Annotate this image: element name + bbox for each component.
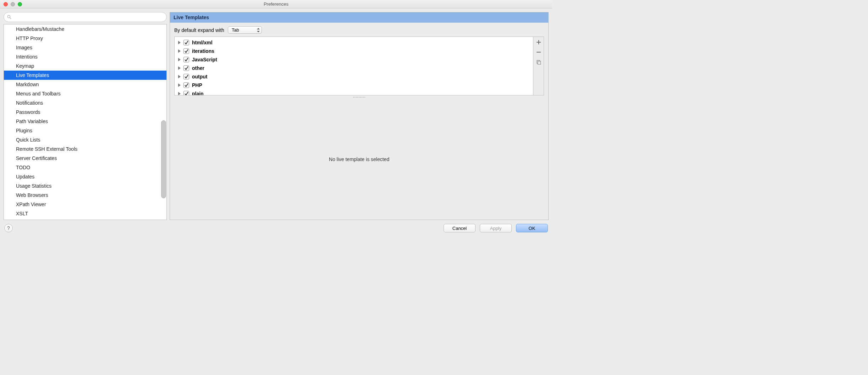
sidebar-item-label: XSLT	[16, 211, 28, 216]
template-area: html/xmliterationsJavaScriptotheroutputP…	[174, 37, 544, 95]
sidebar-item-label: Passwords	[16, 109, 40, 115]
sidebar-item-label: Server Certificates	[16, 155, 57, 161]
help-button[interactable]: ?	[4, 224, 13, 232]
add-template-button[interactable]	[535, 39, 542, 45]
left-panel: Handlebars/MustacheHTTP ProxyImagesInten…	[4, 12, 167, 220]
sidebar-item[interactable]: Quick Lists	[4, 135, 166, 144]
template-group-label: plain	[192, 90, 204, 95]
disclosure-triangle-icon[interactable]	[178, 92, 181, 95]
sidebar-item[interactable]: XPath Viewer	[4, 200, 166, 209]
sidebar-item[interactable]: Intentions	[4, 52, 166, 61]
sidebar-item[interactable]: XSLT	[4, 209, 166, 218]
template-group-checkbox[interactable]	[183, 65, 189, 71]
template-group-row[interactable]: other	[175, 64, 533, 72]
sidebar-item[interactable]: Remote SSH External Tools	[4, 144, 166, 154]
titlebar: Preferences	[0, 0, 552, 9]
sidebar-item-label: Quick Lists	[16, 137, 40, 143]
sidebar-item[interactable]: Handlebars/Mustache	[4, 24, 166, 34]
search-input[interactable]	[14, 15, 164, 20]
close-window-button[interactable]	[4, 2, 8, 6]
sidebar-item[interactable]: Updates	[4, 172, 166, 181]
check-icon	[184, 75, 188, 79]
check-icon	[184, 40, 188, 45]
svg-line-1	[10, 18, 11, 19]
sidebar-item-label: Web Browsers	[16, 192, 48, 198]
dialog-footer: ? Cancel Apply OK	[0, 221, 552, 235]
check-icon	[184, 83, 188, 87]
template-group-checkbox[interactable]	[183, 48, 189, 54]
sidebar-item[interactable]: HTTP Proxy	[4, 34, 166, 43]
disclosure-triangle-icon[interactable]	[178, 49, 181, 53]
svg-rect-8	[538, 61, 540, 65]
sidebar-item[interactable]: Markdown	[4, 80, 166, 89]
template-tree: html/xmliterationsJavaScriptotheroutputP…	[175, 37, 533, 95]
sidebar-item[interactable]: Server Certificates	[4, 154, 166, 163]
sidebar-item-label: TODO	[16, 165, 30, 170]
template-group-row[interactable]: iterations	[175, 47, 533, 55]
sidebar-item-label: Live Templates	[16, 72, 49, 78]
template-group-checkbox[interactable]	[183, 91, 189, 95]
template-group-row[interactable]: html/xml	[175, 38, 533, 47]
template-group-checkbox[interactable]	[183, 57, 189, 62]
template-group-checkbox[interactable]	[183, 40, 189, 45]
sidebar-item[interactable]: Web Browsers	[4, 191, 166, 200]
check-icon	[184, 92, 188, 95]
window-title: Preferences	[264, 1, 289, 7]
template-group-checkbox[interactable]	[183, 74, 189, 79]
apply-button[interactable]: Apply	[480, 224, 512, 232]
section-header: Live Templates	[170, 12, 548, 23]
sidebar-item-label: Plugins	[16, 128, 32, 133]
template-group-label: other	[192, 64, 204, 72]
sidebar-item-label: Images	[16, 45, 32, 50]
sidebar-item[interactable]: Usage Statistics	[4, 181, 166, 191]
expand-row: By default expand with Tab	[170, 23, 548, 37]
sidebar-item[interactable]: Keymap	[4, 61, 166, 71]
sidebar-item[interactable]: Notifications	[4, 98, 166, 107]
minimize-window-button[interactable]	[11, 2, 15, 6]
template-toolbar	[533, 37, 544, 95]
grip-icon	[353, 96, 366, 98]
maximize-window-button[interactable]	[18, 2, 22, 6]
sidebar-item-label: Intentions	[16, 54, 38, 60]
sidebar-scrollbar[interactable]	[161, 120, 166, 198]
remove-template-button[interactable]	[535, 49, 542, 55]
sidebar-item-label: Markdown	[16, 82, 39, 87]
template-group-label: PHP	[192, 81, 202, 89]
disclosure-triangle-icon[interactable]	[178, 66, 181, 70]
disclosure-triangle-icon[interactable]	[178, 83, 181, 87]
sidebar-item[interactable]: Live Templates	[4, 71, 166, 80]
sidebar-item[interactable]: Images	[4, 43, 166, 52]
template-group-label: JavaScript	[192, 56, 217, 64]
sidebar-item[interactable]: Menus and Toolbars	[4, 89, 166, 98]
sidebar-item[interactable]: Path Variables	[4, 117, 166, 126]
ok-button[interactable]: OK	[516, 224, 548, 232]
sidebar-item[interactable]: TODO	[4, 163, 166, 172]
splitter-handle[interactable]	[174, 95, 544, 99]
copy-template-button[interactable]	[535, 59, 542, 65]
right-panel: Live Templates By default expand with Ta…	[170, 12, 549, 220]
content-area: Handlebars/MustacheHTTP ProxyImagesInten…	[0, 9, 552, 221]
sidebar-item-label: Menus and Toolbars	[16, 91, 61, 96]
sidebar-item[interactable]: Plugins	[4, 126, 166, 135]
sidebar-item-label: Remote SSH External Tools	[16, 146, 77, 152]
template-group-row[interactable]: plain	[175, 89, 533, 95]
sidebar-item[interactable]: Passwords	[4, 107, 166, 117]
sidebar-item-label: Keymap	[16, 63, 34, 69]
sidebar-item-label: Updates	[16, 174, 34, 180]
template-group-checkbox[interactable]	[183, 82, 189, 88]
expand-key-select[interactable]: Tab	[228, 26, 262, 34]
check-icon	[184, 57, 188, 62]
template-group-label: output	[192, 73, 208, 81]
sidebar-item-label: Notifications	[16, 100, 43, 106]
disclosure-triangle-icon[interactable]	[178, 75, 181, 78]
disclosure-triangle-icon[interactable]	[178, 58, 181, 61]
sidebar-item-label: Handlebars/Mustache	[16, 26, 64, 32]
template-group-row[interactable]: output	[175, 72, 533, 81]
template-group-label: html/xml	[192, 39, 213, 46]
template-group-row[interactable]: PHP	[175, 81, 533, 89]
cancel-button[interactable]: Cancel	[444, 224, 476, 232]
search-field-wrap[interactable]	[4, 12, 167, 22]
empty-detail-text: No live template is selected	[329, 156, 389, 162]
template-group-row[interactable]: JavaScript	[175, 55, 533, 64]
disclosure-triangle-icon[interactable]	[178, 41, 181, 44]
